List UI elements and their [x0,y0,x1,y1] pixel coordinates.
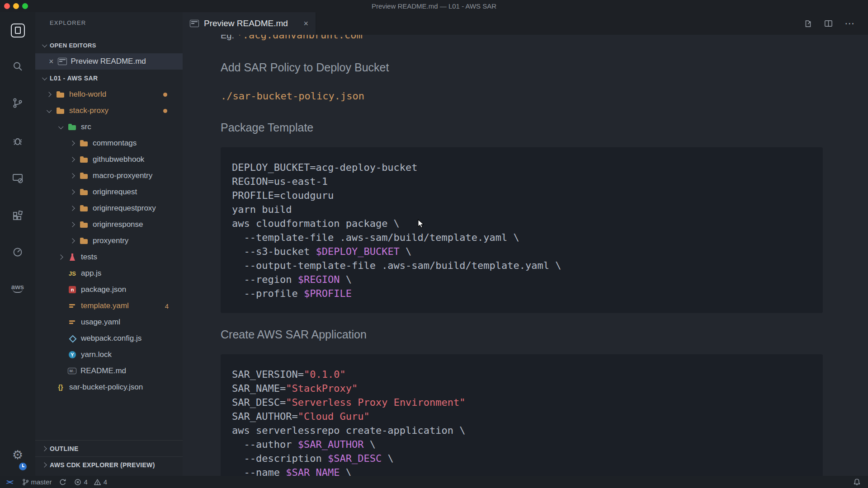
warning-count: 4 [104,478,107,486]
remote-indicator[interactable]: >< [4,478,14,486]
status-bar: >< master 4 4 [0,476,868,488]
tree-item-webpack.config.js[interactable]: webpack.config.js [35,330,183,347]
chevron-right-icon [59,255,68,259]
minimize-window-button[interactable] [13,3,19,9]
tree-item-proxyentry[interactable]: proxyentry [35,233,183,249]
problems-status[interactable]: 4 4 [74,478,107,486]
tree-item-label: tests [81,253,97,262]
tree-item-originrequest[interactable]: originrequest [35,184,183,200]
heading-package-template: Package Template [221,120,313,135]
tree-item-originrequestproxy[interactable]: originrequestproxy [35,200,183,216]
settings-gear-icon[interactable]: ⚙ [9,446,27,464]
tree-item-tests[interactable]: tests [35,249,183,265]
remote-explorer-icon[interactable] [9,169,27,187]
chevron-down-icon [42,75,47,80]
open-editors-label: OPEN EDITORS [50,42,96,49]
chevron-down-icon [59,125,68,129]
tab-label: Preview README.md [204,19,298,28]
circle-extension-icon[interactable] [9,243,27,261]
errors-icon [74,479,81,486]
tree-item-githubwebhook[interactable]: githubwebhook [35,151,183,168]
outline-label: OUTLINE [50,445,79,452]
chevron-right-icon [47,93,56,96]
open-changes-icon[interactable] [804,19,812,28]
tree-item-label: originrequest [93,188,137,197]
tree-item-stack-proxy[interactable]: stack-proxy [35,103,183,119]
tree-item-macro-proxyentry[interactable]: macro-proxyentry [35,168,183,184]
close-window-button[interactable] [4,3,10,9]
clipped-text-line: Eg. *.acg.danvanbrunt.com [221,35,363,41]
aws-icon[interactable]: aws [9,279,27,297]
tab-preview-readme[interactable]: Preview README.md × [183,12,316,35]
clock-badge-icon [18,462,28,471]
tree-item-label: hello-world [69,90,106,99]
debug-icon[interactable] [9,132,27,150]
chevron-right-icon [71,223,80,226]
warnings-icon [94,479,101,486]
tree-item-label: originresponse [93,220,143,229]
zoom-window-button[interactable] [22,3,28,9]
tree-item-label: README.md [80,366,126,375]
tree-item-commontags[interactable]: commontags [35,135,183,151]
tree-item-package.json[interactable]: npackage.json [35,282,183,298]
yaml-icon [68,318,77,327]
notifications-bell-icon[interactable] [853,478,861,486]
heading-create-aws-sar: Create AWS SAR Application [221,327,367,342]
tree-item-sar-bucket-policy.json[interactable]: {}sar-bucket-policy.json [35,379,183,395]
folder-icon [80,236,89,245]
tree-item-label: githubwebhook [93,155,144,164]
close-editor-icon[interactable]: × [49,57,54,66]
split-editor-icon[interactable] [824,19,833,28]
tree-item-label: package.json [81,285,126,294]
git-modified-dot [163,93,167,97]
outline-section-header[interactable]: OUTLINE [35,440,183,456]
aws-cdk-label: AWS CDK EXPLORER (PREVIEW) [50,461,155,469]
chevron-down-icon [47,109,56,113]
tree-item-usage.yaml[interactable]: usage.yaml [35,314,183,330]
tree-item-label: template.yaml [81,301,129,310]
branch-status[interactable]: master [22,478,52,486]
tree-item-hello-world[interactable]: hello-world [35,86,183,103]
mouse-cursor [417,219,425,229]
window-title: Preview README.md — L01 - AWS SAR [372,2,496,10]
markdown-preview-icon [190,20,199,27]
explorer-icon[interactable] [9,21,27,39]
vscode-window: Preview README.md — L01 - AWS SAR aws ⚙ [0,0,868,488]
heading-add-sar-policy: Add SAR Policy to Deploy Bucket [221,60,389,75]
tab-bar: Preview README.md × ⋯ [183,12,868,35]
npm-icon: n [69,286,76,293]
tree-item-src[interactable]: src [35,119,183,135]
chevron-right-icon [71,141,80,145]
source-control-icon[interactable] [9,94,27,112]
markdown-preview-pane: Eg. *.acg.danvanbrunt.com Add SAR Policy… [183,35,868,476]
chevron-down-icon [42,42,47,47]
project-section-header[interactable]: L01 - AWS SAR [35,70,183,86]
chevron-right-icon [42,462,47,467]
more-actions-icon[interactable]: ⋯ [844,19,855,28]
tree-item-label: originrequestproxy [93,204,156,213]
open-editors-header[interactable]: OPEN EDITORS [35,37,183,53]
folder-icon [80,204,89,213]
tree-item-label: sar-bucket-policy.json [69,383,143,392]
tree-item-template.yaml[interactable]: template.yaml4 [35,298,183,314]
tree-item-yarn.lock[interactable]: Yyarn.lock [35,347,183,363]
tree-item-README.md[interactable]: M↓README.md [35,363,183,379]
code-block-create-application: SAR_VERSION="0.1.0"SAR_NAME="StackProxy"… [221,354,823,476]
git-modified-dot [163,109,167,113]
tree-item-originresponse[interactable]: originresponse [35,216,183,233]
extensions-icon[interactable] [9,207,27,225]
tree-item-label: proxyentry [93,236,128,245]
editor-group: Preview README.md × ⋯ Eg. *.acg.danvanbr… [183,12,868,476]
sync-icon[interactable] [59,479,66,486]
yarn-icon: Y [69,351,76,358]
tree-item-app.js[interactable]: JSapp.js [35,265,183,282]
aws-cdk-section-header[interactable]: AWS CDK EXPLORER (PREVIEW) [35,456,183,473]
close-tab-icon[interactable]: × [303,19,308,28]
tree-item-label: webpack.config.js [81,334,142,343]
tree-item-label: stack-proxy [69,106,108,115]
json-icon: {} [56,383,65,392]
search-icon[interactable] [9,57,27,75]
open-editor-item[interactable]: × Preview README.md [35,53,183,70]
activity-bar: aws ⚙ [0,12,35,476]
titlebar: Preview README.md — L01 - AWS SAR [0,0,868,12]
